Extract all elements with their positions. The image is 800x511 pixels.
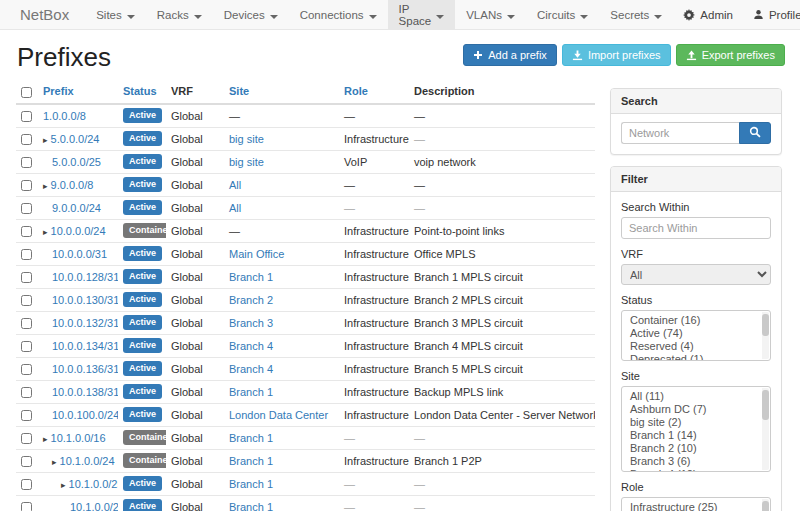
nav-admin-link[interactable]: Admin: [673, 9, 743, 21]
select-all-checkbox[interactable]: [21, 87, 32, 98]
site-link[interactable]: Main Office: [229, 248, 284, 260]
brand-logo[interactable]: NetBox: [0, 0, 85, 29]
prefix-link[interactable]: 10.0.100.0/24: [52, 409, 118, 421]
status-badge[interactable]: Container: [123, 223, 166, 238]
prefix-link[interactable]: 9.0.0.0/24: [52, 202, 101, 214]
site-link[interactable]: Branch 4: [229, 363, 273, 375]
scrollbar-thumb[interactable]: [762, 501, 769, 511]
prefix-link[interactable]: 10.0.0.0/24: [51, 225, 106, 237]
row-checkbox[interactable]: [21, 502, 32, 511]
site-link[interactable]: Branch 1: [229, 386, 273, 398]
add-a-prefix-button[interactable]: Add a prefix: [463, 44, 557, 66]
status-badge[interactable]: Active: [123, 200, 162, 215]
prefix-link[interactable]: 10.0.0.0/31: [52, 248, 107, 260]
site-link[interactable]: London Data Center: [229, 409, 328, 421]
prefix-link[interactable]: 9.0.0.0/8: [51, 179, 94, 191]
row-checkbox[interactable]: [21, 318, 32, 329]
nav-item-racks[interactable]: Racks: [146, 0, 213, 29]
row-checkbox[interactable]: [21, 203, 32, 214]
listbox-option[interactable]: Branch 4 (12): [622, 468, 770, 472]
site-link[interactable]: All: [229, 202, 241, 214]
scrollbar-thumb[interactable]: [762, 314, 769, 336]
expand-arrow-icon[interactable]: ▸: [43, 181, 48, 191]
search-input[interactable]: [621, 122, 739, 144]
listbox-option[interactable]: Branch 1 (14): [622, 429, 770, 442]
site-link[interactable]: Branch 4: [229, 340, 273, 352]
status-badge[interactable]: Active: [123, 315, 162, 330]
listbox-option[interactable]: All (11): [622, 390, 770, 403]
nav-item-secrets[interactable]: Secrets: [599, 0, 673, 29]
site-link[interactable]: Branch 1: [229, 501, 273, 511]
prefix-link[interactable]: 10.0.0.138/31: [52, 386, 118, 398]
search-button[interactable]: [739, 122, 771, 144]
prefix-link[interactable]: 10.0.0.132/31: [52, 317, 118, 329]
row-checkbox[interactable]: [21, 433, 32, 444]
row-checkbox[interactable]: [21, 387, 32, 398]
site-link[interactable]: big site: [229, 133, 264, 145]
row-checkbox[interactable]: [21, 157, 32, 168]
expand-arrow-icon[interactable]: ▸: [43, 135, 48, 145]
site-link[interactable]: Branch 1: [229, 271, 273, 283]
status-badge[interactable]: Active: [123, 246, 162, 261]
row-checkbox[interactable]: [21, 295, 32, 306]
status-badge[interactable]: Active: [123, 407, 162, 422]
status-badge[interactable]: Active: [123, 177, 162, 192]
row-checkbox[interactable]: [21, 272, 32, 283]
listbox-option[interactable]: Deprecated (1): [622, 353, 770, 361]
nav-item-sites[interactable]: Sites: [85, 0, 146, 29]
export-prefixes-button[interactable]: Export prefixes: [676, 44, 785, 66]
column-header-site[interactable]: Site: [224, 80, 339, 104]
expand-arrow-icon[interactable]: ▸: [61, 480, 66, 490]
nav-item-circuits[interactable]: Circuits: [526, 0, 599, 29]
status-badge[interactable]: Active: [123, 154, 162, 169]
scrollbar-thumb[interactable]: [762, 390, 769, 420]
site-link[interactable]: big site: [229, 156, 264, 168]
row-checkbox[interactable]: [21, 226, 32, 237]
prefix-link[interactable]: 10.1.0.0/25: [69, 478, 118, 490]
status-badge[interactable]: Container: [123, 453, 166, 468]
filter-select-vrf[interactable]: All: [621, 264, 771, 285]
listbox-option[interactable]: Branch 2 (10): [622, 442, 770, 455]
prefix-link[interactable]: 10.1.0.0/26: [70, 501, 118, 511]
site-link[interactable]: Branch 3: [229, 317, 273, 329]
listbox-scrollbar[interactable]: [762, 388, 769, 470]
prefix-link[interactable]: 10.0.0.130/31: [52, 294, 118, 306]
listbox-option[interactable]: Infrastructure (25): [622, 501, 770, 511]
listbox-option[interactable]: big site (2): [622, 416, 770, 429]
listbox-option[interactable]: Reserved (4): [622, 340, 770, 353]
listbox-option[interactable]: Ashburn DC (7): [622, 403, 770, 416]
status-badge[interactable]: Container: [123, 430, 166, 445]
prefix-link[interactable]: 10.1.0.0/16: [51, 432, 106, 444]
column-header-status[interactable]: Status: [118, 80, 166, 104]
expand-arrow-icon[interactable]: ▸: [43, 434, 48, 444]
listbox-option[interactable]: Container (16): [622, 314, 770, 327]
prefix-link[interactable]: 10.0.0.134/31: [52, 340, 118, 352]
listbox-option[interactable]: Active (74): [622, 327, 770, 340]
site-link[interactable]: Branch 1: [229, 478, 273, 490]
expand-arrow-icon[interactable]: ▸: [52, 457, 57, 467]
site-link[interactable]: All: [229, 179, 241, 191]
status-badge[interactable]: Active: [123, 338, 162, 353]
row-checkbox[interactable]: [21, 111, 32, 122]
row-checkbox[interactable]: [21, 180, 32, 191]
row-checkbox[interactable]: [21, 341, 32, 352]
status-badge[interactable]: Active: [123, 476, 162, 491]
prefix-link[interactable]: 10.1.0.0/24: [60, 455, 115, 467]
prefix-link[interactable]: 5.0.0.0/25: [52, 156, 101, 168]
status-badge[interactable]: Active: [123, 384, 162, 399]
nav-item-devices[interactable]: Devices: [213, 0, 289, 29]
import-prefixes-button[interactable]: Import prefixes: [562, 44, 671, 66]
status-badge[interactable]: Active: [123, 292, 162, 307]
row-checkbox[interactable]: [21, 249, 32, 260]
site-link[interactable]: Branch 1: [229, 455, 273, 467]
site-link[interactable]: Branch 2: [229, 294, 273, 306]
site-link[interactable]: Branch 1: [229, 432, 273, 444]
nav-item-vlans[interactable]: VLANs: [455, 0, 526, 29]
row-checkbox[interactable]: [21, 456, 32, 467]
status-badge[interactable]: Active: [123, 108, 162, 123]
row-checkbox[interactable]: [21, 134, 32, 145]
column-header-prefix[interactable]: Prefix: [38, 80, 118, 104]
row-checkbox[interactable]: [21, 364, 32, 375]
status-badge[interactable]: Active: [123, 131, 162, 146]
prefix-link[interactable]: 1.0.0.0/8: [43, 110, 86, 122]
